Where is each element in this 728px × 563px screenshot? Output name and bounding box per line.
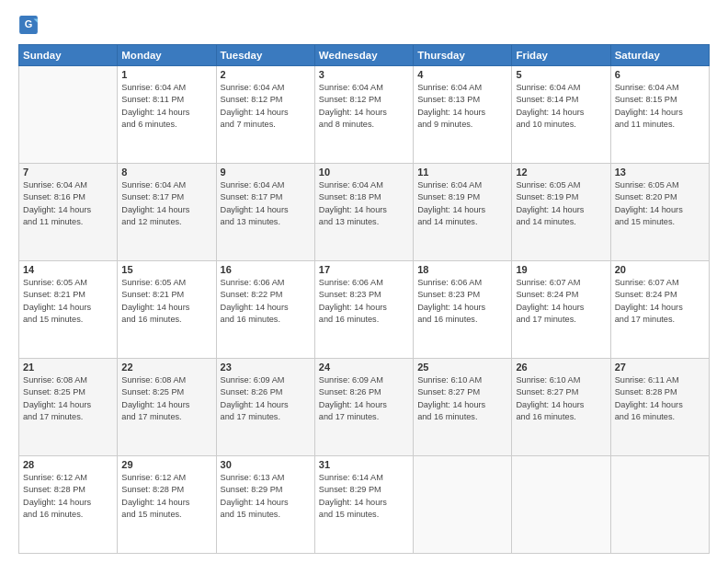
day-number: 21 bbox=[23, 362, 113, 373]
day-info: Sunrise: 6:10 AM Sunset: 8:27 PM Dayligh… bbox=[417, 374, 507, 423]
logo: G bbox=[18, 15, 42, 35]
calendar-table: SundayMondayTuesdayWednesdayThursdayFrid… bbox=[18, 44, 710, 554]
calendar-cell: 21Sunrise: 6:08 AM Sunset: 8:25 PM Dayli… bbox=[19, 359, 118, 456]
day-info: Sunrise: 6:07 AM Sunset: 8:24 PM Dayligh… bbox=[516, 277, 606, 326]
day-number: 12 bbox=[516, 167, 606, 178]
day-number: 24 bbox=[319, 362, 409, 373]
calendar-cell: 7Sunrise: 6:04 AM Sunset: 8:16 PM Daylig… bbox=[19, 164, 118, 261]
calendar-day-header: Sunday bbox=[19, 45, 118, 66]
calendar-day-header: Friday bbox=[512, 45, 610, 66]
calendar-cell: 22Sunrise: 6:08 AM Sunset: 8:25 PM Dayli… bbox=[118, 359, 216, 456]
calendar-cell: 3Sunrise: 6:04 AM Sunset: 8:12 PM Daylig… bbox=[314, 66, 413, 164]
calendar-cell: 29Sunrise: 6:12 AM Sunset: 8:28 PM Dayli… bbox=[118, 456, 216, 554]
day-info: Sunrise: 6:04 AM Sunset: 8:17 PM Dayligh… bbox=[121, 179, 211, 228]
calendar-cell: 17Sunrise: 6:06 AM Sunset: 8:23 PM Dayli… bbox=[314, 261, 413, 359]
calendar-cell bbox=[610, 456, 709, 554]
day-info: Sunrise: 6:04 AM Sunset: 8:12 PM Dayligh… bbox=[221, 82, 311, 131]
calendar-cell: 11Sunrise: 6:04 AM Sunset: 8:19 PM Dayli… bbox=[414, 164, 512, 261]
day-number: 13 bbox=[615, 167, 705, 178]
calendar-header-row: SundayMondayTuesdayWednesdayThursdayFrid… bbox=[19, 45, 710, 66]
day-info: Sunrise: 6:12 AM Sunset: 8:28 PM Dayligh… bbox=[23, 472, 113, 521]
calendar-cell: 27Sunrise: 6:11 AM Sunset: 8:28 PM Dayli… bbox=[610, 359, 709, 456]
day-info: Sunrise: 6:04 AM Sunset: 8:15 PM Dayligh… bbox=[615, 82, 705, 131]
day-info: Sunrise: 6:10 AM Sunset: 8:27 PM Dayligh… bbox=[516, 374, 606, 423]
day-number: 19 bbox=[516, 264, 606, 275]
day-number: 6 bbox=[615, 69, 705, 80]
day-info: Sunrise: 6:07 AM Sunset: 8:24 PM Dayligh… bbox=[615, 277, 705, 326]
day-info: Sunrise: 6:04 AM Sunset: 8:18 PM Dayligh… bbox=[319, 179, 409, 228]
day-info: Sunrise: 6:11 AM Sunset: 8:28 PM Dayligh… bbox=[615, 374, 705, 423]
calendar-cell bbox=[512, 456, 610, 554]
calendar-cell: 16Sunrise: 6:06 AM Sunset: 8:22 PM Dayli… bbox=[216, 261, 314, 359]
day-info: Sunrise: 6:06 AM Sunset: 8:23 PM Dayligh… bbox=[417, 277, 507, 326]
day-info: Sunrise: 6:06 AM Sunset: 8:22 PM Dayligh… bbox=[221, 277, 311, 326]
calendar-day-header: Monday bbox=[118, 45, 216, 66]
calendar-cell: 2Sunrise: 6:04 AM Sunset: 8:12 PM Daylig… bbox=[216, 66, 314, 164]
calendar-day-header: Thursday bbox=[414, 45, 512, 66]
day-number: 3 bbox=[319, 69, 409, 80]
day-number: 29 bbox=[121, 459, 211, 470]
day-number: 14 bbox=[23, 264, 113, 275]
day-number: 15 bbox=[121, 264, 211, 275]
calendar-cell: 10Sunrise: 6:04 AM Sunset: 8:18 PM Dayli… bbox=[314, 164, 413, 261]
day-number: 16 bbox=[221, 264, 311, 275]
calendar-cell: 31Sunrise: 6:14 AM Sunset: 8:29 PM Dayli… bbox=[314, 456, 413, 554]
day-info: Sunrise: 6:05 AM Sunset: 8:20 PM Dayligh… bbox=[615, 179, 705, 228]
day-number: 18 bbox=[417, 264, 507, 275]
calendar-cell: 26Sunrise: 6:10 AM Sunset: 8:27 PM Dayli… bbox=[512, 359, 610, 456]
day-info: Sunrise: 6:04 AM Sunset: 8:11 PM Dayligh… bbox=[121, 82, 211, 131]
calendar-cell: 15Sunrise: 6:05 AM Sunset: 8:21 PM Dayli… bbox=[118, 261, 216, 359]
day-info: Sunrise: 6:04 AM Sunset: 8:19 PM Dayligh… bbox=[417, 179, 507, 228]
calendar-cell: 13Sunrise: 6:05 AM Sunset: 8:20 PM Dayli… bbox=[610, 164, 709, 261]
day-info: Sunrise: 6:05 AM Sunset: 8:19 PM Dayligh… bbox=[516, 179, 606, 228]
day-number: 17 bbox=[319, 264, 409, 275]
day-info: Sunrise: 6:04 AM Sunset: 8:16 PM Dayligh… bbox=[23, 179, 113, 228]
day-info: Sunrise: 6:06 AM Sunset: 8:23 PM Dayligh… bbox=[319, 277, 409, 326]
day-info: Sunrise: 6:14 AM Sunset: 8:29 PM Dayligh… bbox=[319, 472, 409, 521]
day-number: 8 bbox=[121, 167, 211, 178]
day-number: 9 bbox=[221, 167, 311, 178]
day-number: 22 bbox=[121, 362, 211, 373]
day-info: Sunrise: 6:04 AM Sunset: 8:17 PM Dayligh… bbox=[221, 179, 311, 228]
day-number: 25 bbox=[417, 362, 507, 373]
calendar-week-row: 7Sunrise: 6:04 AM Sunset: 8:16 PM Daylig… bbox=[19, 164, 710, 261]
calendar-cell: 20Sunrise: 6:07 AM Sunset: 8:24 PM Dayli… bbox=[610, 261, 709, 359]
svg-text:G: G bbox=[25, 18, 33, 29]
day-number: 11 bbox=[417, 167, 507, 178]
day-number: 2 bbox=[221, 69, 311, 80]
day-number: 23 bbox=[221, 362, 311, 373]
calendar-cell: 4Sunrise: 6:04 AM Sunset: 8:13 PM Daylig… bbox=[414, 66, 512, 164]
calendar-cell: 18Sunrise: 6:06 AM Sunset: 8:23 PM Dayli… bbox=[414, 261, 512, 359]
calendar-cell bbox=[19, 66, 118, 164]
calendar-cell: 1Sunrise: 6:04 AM Sunset: 8:11 PM Daylig… bbox=[118, 66, 216, 164]
day-number: 4 bbox=[417, 69, 507, 80]
day-number: 20 bbox=[615, 264, 705, 275]
day-info: Sunrise: 6:04 AM Sunset: 8:14 PM Dayligh… bbox=[516, 82, 606, 131]
day-info: Sunrise: 6:09 AM Sunset: 8:26 PM Dayligh… bbox=[319, 374, 409, 423]
day-info: Sunrise: 6:08 AM Sunset: 8:25 PM Dayligh… bbox=[23, 374, 113, 423]
day-info: Sunrise: 6:05 AM Sunset: 8:21 PM Dayligh… bbox=[23, 277, 113, 326]
calendar-cell: 23Sunrise: 6:09 AM Sunset: 8:26 PM Dayli… bbox=[216, 359, 314, 456]
calendar-cell: 5Sunrise: 6:04 AM Sunset: 8:14 PM Daylig… bbox=[512, 66, 610, 164]
calendar-cell: 25Sunrise: 6:10 AM Sunset: 8:27 PM Dayli… bbox=[414, 359, 512, 456]
calendar-week-row: 21Sunrise: 6:08 AM Sunset: 8:25 PM Dayli… bbox=[19, 359, 710, 456]
calendar-week-row: 1Sunrise: 6:04 AM Sunset: 8:11 PM Daylig… bbox=[19, 66, 710, 164]
calendar-cell: 6Sunrise: 6:04 AM Sunset: 8:15 PM Daylig… bbox=[610, 66, 709, 164]
day-info: Sunrise: 6:09 AM Sunset: 8:26 PM Dayligh… bbox=[221, 374, 311, 423]
day-number: 1 bbox=[121, 69, 211, 80]
calendar-cell: 28Sunrise: 6:12 AM Sunset: 8:28 PM Dayli… bbox=[19, 456, 118, 554]
day-number: 26 bbox=[516, 362, 606, 373]
calendar-cell: 8Sunrise: 6:04 AM Sunset: 8:17 PM Daylig… bbox=[118, 164, 216, 261]
day-number: 31 bbox=[319, 459, 409, 470]
day-info: Sunrise: 6:04 AM Sunset: 8:12 PM Dayligh… bbox=[319, 82, 409, 131]
day-number: 27 bbox=[615, 362, 705, 373]
calendar-cell bbox=[414, 456, 512, 554]
logo-icon: G bbox=[18, 15, 39, 35]
page: G SundayMondayTuesdayWednesdayThursdayFr… bbox=[0, 0, 728, 563]
day-number: 7 bbox=[23, 167, 113, 178]
day-number: 28 bbox=[23, 459, 113, 470]
calendar-cell: 14Sunrise: 6:05 AM Sunset: 8:21 PM Dayli… bbox=[19, 261, 118, 359]
day-info: Sunrise: 6:04 AM Sunset: 8:13 PM Dayligh… bbox=[417, 82, 507, 131]
calendar-week-row: 28Sunrise: 6:12 AM Sunset: 8:28 PM Dayli… bbox=[19, 456, 710, 554]
calendar-day-header: Saturday bbox=[610, 45, 709, 66]
